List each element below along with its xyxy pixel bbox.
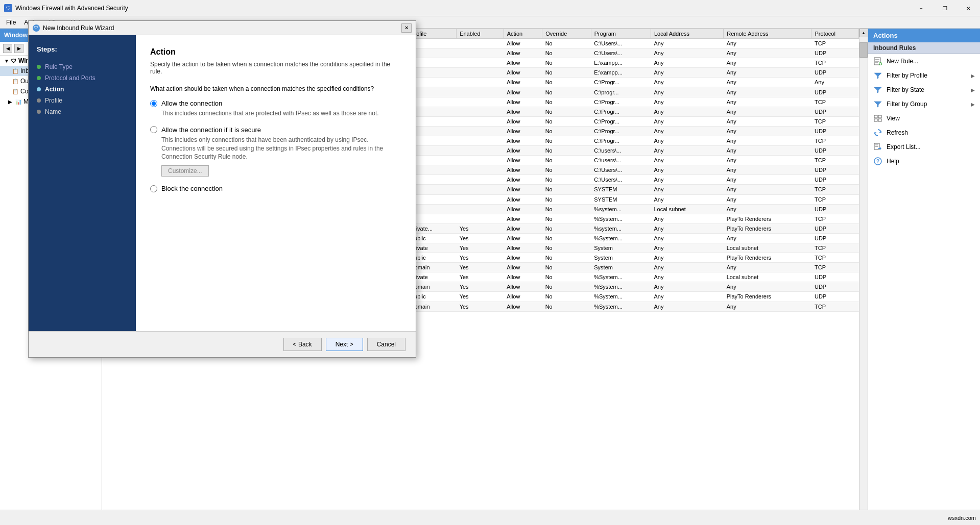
filter-group-label: Filter by Group: [887, 101, 927, 108]
svg-rect-7: [874, 115, 877, 118]
action-cell: Allow: [504, 136, 542, 145]
filter-profile-action[interactable]: Filter by Profile ▶: [868, 68, 980, 83]
svg-text:?: ?: [876, 159, 879, 164]
action-cell: Allow: [504, 58, 542, 68]
filter-group-action[interactable]: Filter by Group ▶: [868, 97, 980, 111]
inbound-icon: 📋: [12, 68, 18, 74]
col-protocol[interactable]: Protocol: [811, 29, 859, 39]
filter-state-label: Filter by State: [887, 86, 924, 93]
help-action[interactable]: ? Help: [868, 154, 980, 168]
view-action[interactable]: View: [868, 111, 980, 126]
connection-icon: 📋: [12, 89, 18, 94]
option-allow-label[interactable]: Allow the connection: [161, 99, 222, 107]
step-dot-rule-type: [37, 65, 41, 69]
action-cell: Allow: [504, 165, 542, 175]
firewall-icon: 🛡: [11, 58, 16, 64]
wizard-step-name[interactable]: Name: [37, 106, 128, 117]
action-cell: Allow: [504, 146, 542, 156]
col-action[interactable]: Action: [504, 29, 542, 39]
scroll-up-button[interactable]: ▲: [859, 29, 868, 37]
option-allow-secure-label[interactable]: Allow the connection if it is secure: [161, 126, 261, 134]
action-cell: Allow: [504, 185, 542, 194]
option-allow-secure-radio[interactable]: [150, 126, 157, 133]
export-list-label: Export List...: [887, 143, 921, 151]
svg-rect-10: [878, 119, 881, 121]
option-allow-secure-row: Allow the connection if it is secure: [150, 126, 401, 134]
refresh-action[interactable]: Refresh: [868, 126, 980, 140]
step-dot-name: [37, 110, 41, 114]
refresh-icon: [873, 128, 882, 137]
menu-file[interactable]: File: [2, 18, 20, 27]
window-controls: − ❐ ✕: [910, 0, 980, 16]
option-block: Block the connection: [150, 185, 401, 194]
back-button[interactable]: < Back: [283, 338, 322, 351]
action-cell: Allow: [504, 126, 542, 136]
filter-state-arrow: ▶: [971, 87, 975, 93]
vertical-scrollbar[interactable]: ▲ ▼: [859, 29, 868, 525]
restore-button[interactable]: ❐: [933, 0, 957, 16]
export-list-action[interactable]: Export List...: [868, 140, 980, 154]
next-button[interactable]: Next >: [326, 338, 363, 351]
filter-state-action[interactable]: Filter by State ▶: [868, 83, 980, 97]
action-cell: Allow: [504, 175, 542, 185]
nav-back-button[interactable]: ◀: [3, 44, 12, 53]
step-label-action: Action: [45, 86, 64, 93]
close-button[interactable]: ✕: [957, 0, 980, 16]
wizard-question: What action should be taken when a conne…: [150, 85, 401, 92]
scroll-track: [859, 37, 868, 516]
wizard-step-action[interactable]: Action: [37, 84, 128, 95]
export-icon: [873, 142, 882, 152]
wizard-footer: < Back Next > Cancel: [29, 331, 416, 357]
col-program[interactable]: Program: [591, 29, 651, 39]
action-cell: Allow: [504, 87, 542, 97]
action-cell: Allow: [504, 48, 542, 58]
scroll-thumb[interactable]: [859, 42, 868, 58]
step-label-name: Name: [45, 108, 61, 115]
col-enabled[interactable]: Enabled: [457, 29, 504, 39]
option-block-row: Block the connection: [150, 185, 401, 192]
wizard-step-profile[interactable]: Profile: [37, 95, 128, 106]
action-cell: Allow: [504, 68, 542, 78]
cancel-button[interactable]: Cancel: [367, 338, 405, 351]
title-bar: 🛡 Windows Firewall with Advanced Securit…: [0, 0, 980, 16]
option-block-radio[interactable]: [150, 185, 157, 192]
filter-profile-icon: [873, 71, 882, 80]
help-icon: ?: [873, 157, 882, 166]
taskbar-text: wsxdn.com: [948, 515, 976, 521]
wizard-steps-title: Steps:: [37, 45, 128, 53]
wizard-page-subtitle: Specify the action to be taken when a co…: [150, 61, 401, 75]
action-radio-group: Allow the connection This includes conne…: [150, 99, 401, 194]
option-allow-radio[interactable]: [150, 100, 157, 107]
wizard-step-protocol-ports[interactable]: Protocol and Ports: [37, 72, 128, 84]
expand-icon: ▼: [4, 58, 10, 64]
action-cell: Allow: [504, 78, 542, 87]
taskbar: wsxdn.com: [0, 510, 980, 525]
wizard-page-title: Action: [150, 47, 401, 57]
new-rule-icon: [873, 57, 882, 66]
action-cell: Allow: [504, 97, 542, 107]
wizard-close-button[interactable]: ✕: [401, 23, 412, 33]
nav-forward-button[interactable]: ▶: [14, 44, 23, 53]
wizard-dialog: 🛡 New Inbound Rule Wizard ✕ Steps: Rule …: [28, 20, 416, 358]
outbound-icon: 📋: [12, 79, 18, 84]
wizard-step-rule-type[interactable]: Rule Type: [37, 61, 128, 72]
step-dot-profile: [37, 98, 41, 103]
option-allow-description: This includes connections that are prote…: [161, 109, 401, 118]
option-allow-secure-description: This includes only connections that have…: [161, 136, 401, 161]
filter-state-icon: [873, 85, 882, 94]
new-rule-label: New Rule...: [887, 58, 918, 65]
customize-button[interactable]: Customize...: [161, 165, 209, 177]
option-block-label[interactable]: Block the connection: [161, 185, 223, 192]
col-local[interactable]: Local Address: [651, 29, 723, 39]
view-icon: [873, 114, 882, 123]
svg-rect-8: [878, 115, 881, 118]
new-rule-action[interactable]: New Rule...: [868, 54, 980, 68]
filter-profile-label: Filter by Profile: [887, 72, 927, 79]
minimize-button[interactable]: −: [910, 0, 933, 16]
wizard-content: Steps: Rule Type Protocol and Ports Acti…: [29, 35, 416, 331]
step-label-rule-type: Rule Type: [45, 63, 73, 70]
action-cell: Allow: [504, 107, 542, 116]
col-override[interactable]: Override: [542, 29, 591, 39]
col-remote[interactable]: Remote Address: [724, 29, 811, 39]
wizard-title-bar: 🛡 New Inbound Rule Wizard ✕: [29, 21, 416, 35]
